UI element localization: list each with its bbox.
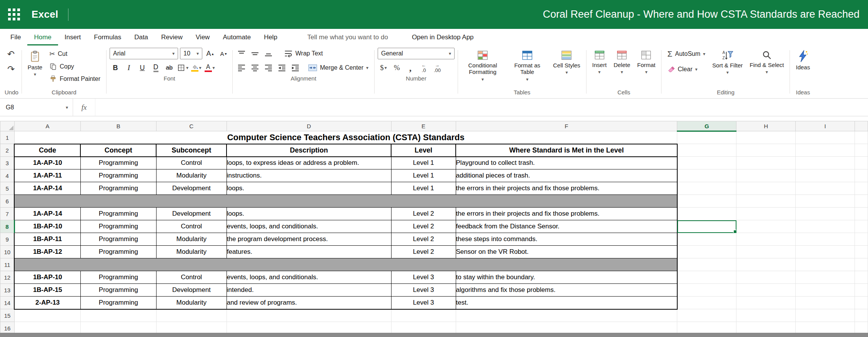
cell-D16[interactable]: [227, 322, 391, 333]
cell-H4[interactable]: [736, 169, 796, 182]
cell-D4[interactable]: instructions.: [227, 169, 391, 182]
row-header-8[interactable]: 8: [0, 220, 15, 233]
cell-C3[interactable]: Control: [156, 157, 227, 169]
find-select-button[interactable]: Find & Select ▾: [747, 48, 786, 75]
sheet-title-cell[interactable]: Computer Science Teachers Association (C…: [14, 131, 677, 144]
cell-H6[interactable]: [736, 195, 796, 208]
cell-styles-button[interactable]: Cell Styles ▾: [550, 48, 583, 75]
menu-tab-help[interactable]: Help: [257, 29, 284, 45]
cell-G4[interactable]: [677, 169, 736, 182]
double-underline-button[interactable]: D: [150, 62, 162, 74]
increase-font-size-button[interactable]: A▴: [204, 48, 216, 59]
format-painter-button[interactable]: Format Painter: [47, 73, 103, 85]
percent-style-button[interactable]: %: [391, 62, 403, 74]
row-header-7[interactable]: 7: [0, 208, 15, 220]
cell-H1[interactable]: [736, 131, 796, 144]
cell-C12[interactable]: Control: [156, 271, 227, 284]
cell-D7[interactable]: loops.: [227, 208, 391, 220]
cell-F9[interactable]: these steps into commands.: [456, 233, 677, 246]
cell-overflow-4[interactable]: [855, 169, 868, 182]
cell-G14[interactable]: [677, 297, 736, 309]
cell-C5[interactable]: Development: [156, 182, 227, 195]
cut-button[interactable]: ✂ Cut: [47, 48, 103, 60]
align-top-button[interactable]: [236, 48, 247, 59]
cell-G13[interactable]: [677, 284, 736, 297]
redo-button[interactable]: ↷: [5, 63, 17, 75]
menu-tab-insert[interactable]: Insert: [58, 29, 88, 45]
align-middle-button[interactable]: [249, 48, 261, 59]
cell-overflow-5[interactable]: [855, 182, 868, 195]
borders-button[interactable]: ▾: [177, 62, 188, 74]
row-header-2[interactable]: 2: [0, 144, 15, 157]
undo-button[interactable]: ↶: [5, 48, 17, 60]
row-header-12[interactable]: 12: [0, 271, 15, 284]
cell-G8[interactable]: [677, 220, 736, 233]
cell-overflow-1[interactable]: [855, 131, 868, 144]
cell-I6[interactable]: [796, 195, 855, 208]
format-cells-button[interactable]: Format ▾: [635, 48, 658, 75]
cell-F12[interactable]: to stay within the boundary.: [456, 271, 677, 284]
decrease-indent-button[interactable]: [276, 62, 288, 74]
cell-G6[interactable]: [677, 195, 736, 208]
col-header-C[interactable]: C: [156, 121, 227, 131]
cell-E7[interactable]: Level 2: [391, 208, 456, 220]
cell-G16[interactable]: [677, 322, 736, 333]
table-header-E2[interactable]: Level: [391, 144, 456, 157]
cell-A15[interactable]: [14, 309, 80, 322]
cell-I3[interactable]: [796, 157, 855, 169]
cell-B7[interactable]: Programming: [80, 208, 156, 220]
cell-overflow-16[interactable]: [855, 322, 868, 333]
cell-F15[interactable]: [456, 309, 677, 322]
cell-G15[interactable]: [677, 309, 736, 322]
menu-tab-file[interactable]: File: [4, 29, 27, 45]
cell-G11[interactable]: [677, 258, 736, 271]
cell-C7[interactable]: Development: [156, 208, 227, 220]
cell-A5[interactable]: 1A-AP-14: [14, 182, 80, 195]
cell-H16[interactable]: [736, 322, 796, 333]
align-bottom-button[interactable]: [263, 48, 274, 59]
cell-B15[interactable]: [80, 309, 156, 322]
cell-F8[interactable]: feedback from the Distance Sensor.: [456, 220, 677, 233]
cell-I15[interactable]: [796, 309, 855, 322]
cell-D15[interactable]: [227, 309, 391, 322]
cell-I8[interactable]: [796, 220, 855, 233]
cell-H9[interactable]: [736, 233, 796, 246]
cell-C8[interactable]: Control: [156, 220, 227, 233]
col-header-E[interactable]: E: [391, 121, 456, 131]
menu-tab-automate[interactable]: Automate: [216, 29, 257, 45]
autosum-button[interactable]: Σ AutoSum ▾: [665, 48, 708, 60]
cell-B5[interactable]: Programming: [80, 182, 156, 195]
conditional-formatting-button[interactable]: Conditional Formatting ▾: [461, 48, 504, 82]
col-header-G[interactable]: G: [677, 121, 736, 131]
cell-A4[interactable]: 1A-AP-11: [14, 169, 80, 182]
formula-input[interactable]: [95, 99, 868, 116]
cell-H3[interactable]: [736, 157, 796, 169]
row-header-15[interactable]: 15: [0, 309, 15, 322]
col-header-A[interactable]: A: [14, 121, 80, 131]
cell-B13[interactable]: Programming: [80, 284, 156, 297]
row-header-5[interactable]: 5: [0, 182, 15, 195]
cell-F3[interactable]: Playground to collect trash.: [456, 157, 677, 169]
cell-G7[interactable]: [677, 208, 736, 220]
menu-tab-review[interactable]: Review: [155, 29, 189, 45]
cell-H15[interactable]: [736, 309, 796, 322]
insert-function-button[interactable]: fx: [73, 99, 95, 116]
cell-I12[interactable]: [796, 271, 855, 284]
strikethrough-button[interactable]: ab: [163, 62, 175, 74]
font-family-select[interactable]: Arial ▾: [110, 48, 178, 59]
wrap-text-button[interactable]: Wrap Text: [282, 48, 325, 59]
cell-G9[interactable]: [677, 233, 736, 246]
cell-G1[interactable]: [677, 131, 736, 144]
separator-row-11[interactable]: [14, 258, 677, 271]
row-header-14[interactable]: 14: [0, 297, 15, 309]
cell-F14[interactable]: test.: [456, 297, 677, 309]
row-header-13[interactable]: 13: [0, 284, 15, 297]
bold-button[interactable]: B: [110, 62, 121, 74]
cell-E13[interactable]: Level 3: [391, 284, 456, 297]
row-header-6[interactable]: 6: [0, 195, 15, 208]
increase-indent-button[interactable]: [290, 62, 301, 74]
cell-B14[interactable]: Programming: [80, 297, 156, 309]
clear-button[interactable]: Clear ▾: [665, 64, 708, 75]
cell-overflow-7[interactable]: [855, 208, 868, 220]
col-header-overflow[interactable]: [855, 121, 868, 131]
